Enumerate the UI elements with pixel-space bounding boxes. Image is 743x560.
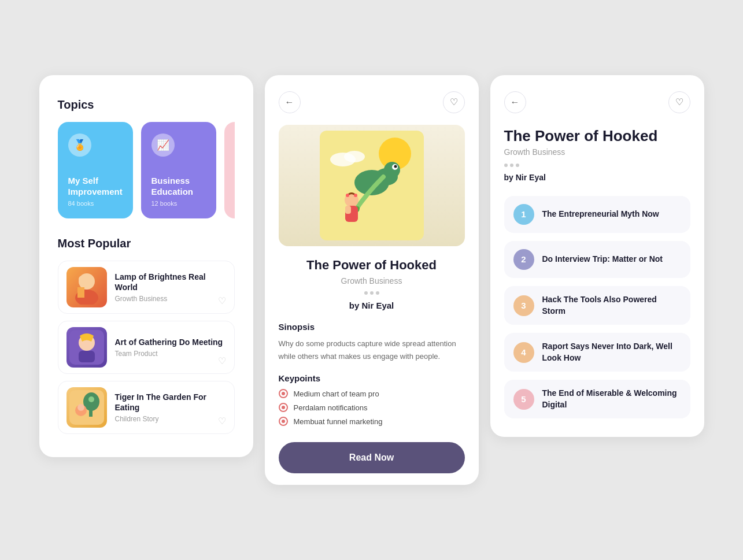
book-detail-title: The Power of Hooked [279, 258, 465, 273]
screen-book-detail: ← ♡ [265, 75, 479, 485]
favorite-button-2[interactable]: ♡ [218, 355, 226, 366]
book-cover [279, 125, 465, 246]
chapter-num-4: 4 [513, 342, 534, 363]
book-info-center: The Power of Hooked Growth Business by N… [265, 246, 479, 322]
screens-container: Topics 🏅 My Self Improvement 84 books 📈 … [39, 75, 704, 485]
svg-rect-3 [77, 287, 84, 298]
topics-heading: Topics [58, 98, 235, 112]
author-prefix: by [349, 301, 360, 310]
author3-prefix: by [504, 173, 513, 182]
list-item: Membuat funnel marketing [279, 417, 465, 426]
svg-point-9 [88, 396, 94, 402]
book-thumb-2 [66, 327, 107, 368]
book-cat-1: Growth Business [115, 295, 226, 303]
svg-point-28 [354, 194, 357, 197]
svg-point-27 [346, 194, 349, 197]
keypoint-dot-2 [279, 403, 288, 412]
topic-name-business: Business Education [151, 175, 206, 198]
favorite-button-1[interactable]: ♡ [218, 295, 226, 306]
dot-a [504, 164, 508, 167]
keypoint-text-1: Medium chart of team pro [294, 390, 379, 398]
svg-rect-6 [79, 351, 95, 362]
book-info-1: Lamp of Brightnes Real World Growth Busi… [115, 272, 226, 303]
chapter-num-5: 5 [513, 389, 534, 410]
book-title-2: Art of Gathering Do Meeting [115, 337, 226, 347]
topic-card-business[interactable]: 📈 Business Education 12 books [141, 122, 216, 218]
topic-card-self[interactable]: 🏅 My Self Improvement 84 books [58, 122, 133, 218]
topic-name-self: My Self Improvement [68, 175, 123, 198]
list-item[interactable]: Art of Gathering Do Meeting Team Product… [58, 321, 235, 374]
keypoint-dot-1 [279, 389, 288, 398]
back-button[interactable]: ← [279, 91, 301, 113]
book3-dots [504, 164, 690, 167]
heart-button[interactable]: ♡ [443, 91, 465, 113]
dots-indicator [279, 291, 465, 295]
topic-count-business: 12 books [151, 200, 206, 207]
book-detail-category: Growth Business [279, 276, 465, 285]
keypoint-text-2: Perdalam notifications [294, 403, 368, 412]
topic-icon-business: 📈 [151, 133, 175, 157]
chapter-title-5: The End of Miserable & Welcoming Digital [542, 388, 681, 410]
sinopsis-text: Why do some products capture wide spread… [279, 338, 465, 363]
screen-library: Topics 🏅 My Self Improvement 84 books 📈 … [39, 75, 253, 457]
book-title-1: Lamp of Brightnes Real World [115, 272, 226, 292]
topic-card-novel[interactable]: ☆ Nom Sto... 5 bo... [224, 122, 235, 218]
book-thumb-1 [66, 267, 107, 307]
book-author: by Nir Eyal [279, 301, 465, 310]
dot-3 [376, 291, 379, 295]
list-item[interactable]: 3 Hack The Tools Also Powered Storm [504, 286, 690, 325]
popular-heading: Most Popular [58, 237, 235, 250]
keypoint-dot-3 [279, 417, 288, 426]
book-thumb-3 [66, 387, 107, 428]
list-item[interactable]: Lamp of Brightnes Real World Growth Busi… [58, 261, 235, 314]
keypoints-label: Keypoints [279, 373, 465, 383]
favorite-button-3[interactable]: ♡ [218, 416, 226, 427]
list-item[interactable]: 1 The Entrepreneurial Myth Now [504, 196, 690, 233]
keypoints-list: Medium chart of team pro Perdalam notifi… [279, 389, 465, 426]
book-content-area: Sinopsis Why do some products capture wi… [265, 322, 479, 485]
popular-list: Lamp of Brightnes Real World Growth Busi… [58, 261, 235, 434]
book3-main-title: The Power of Hooked [504, 127, 690, 145]
list-item[interactable]: 2 Do Interview Trip: Matter or Not [504, 241, 690, 278]
chapter-num-3: 3 [513, 295, 534, 316]
author3-name: Nir Eyal [516, 173, 546, 182]
chapter-num-2: 2 [513, 249, 534, 270]
screen-chapters: ← ♡ The Power of Hooked Growth Business … [490, 75, 704, 437]
author-name: Nir Eyal [361, 301, 394, 310]
book3-author: by Nir Eyal [504, 173, 690, 182]
svg-point-21 [394, 165, 397, 168]
list-item: Perdalam notifications [279, 403, 465, 412]
list-item: Medium chart of team pro [279, 389, 465, 398]
topic-icon-self: 🏅 [68, 133, 91, 157]
topics-row: 🏅 My Self Improvement 84 books 📈 Busines… [58, 122, 235, 218]
book-title-3: Tiger In The Garden For Eating [115, 392, 226, 413]
book-info-3: Tiger In The Garden For Eating Children … [115, 392, 226, 423]
dot-2 [370, 291, 374, 295]
chapter-list: 1 The Entrepreneurial Myth Now 2 Do Inte… [504, 196, 690, 419]
heart-button-3[interactable]: ♡ [668, 91, 690, 113]
read-now-button[interactable]: Read Now [279, 442, 465, 473]
svg-point-12 [77, 404, 84, 411]
list-item[interactable]: 4 Raport Says Never Into Dark, Well Look… [504, 333, 690, 372]
topic-count-self: 84 books [68, 200, 123, 207]
sinopsis-label: Sinopsis [279, 322, 465, 332]
back-button-3[interactable]: ← [504, 91, 526, 113]
svg-point-2 [79, 276, 86, 283]
dot-b [510, 164, 513, 167]
chapter-num-1: 1 [513, 204, 534, 225]
svg-point-16 [344, 151, 365, 162]
chapters-header: ← ♡ [504, 91, 690, 113]
chapter-title-4: Raport Says Never Into Dark, Well Look H… [542, 341, 681, 364]
book3-subtitle: Growth Business [504, 147, 690, 157]
dot-c [516, 164, 519, 167]
chapter-title-2: Do Interview Trip: Matter or Not [542, 254, 663, 265]
book-info-2: Art of Gathering Do Meeting Team Product [115, 337, 226, 358]
svg-rect-26 [345, 206, 351, 214]
svg-point-19 [384, 162, 400, 178]
list-item[interactable]: 5 The End of Miserable & Welcoming Digit… [504, 380, 690, 418]
keypoint-text-3: Membuat funnel marketing [294, 417, 383, 426]
detail-header: ← ♡ [265, 75, 479, 113]
book-cat-2: Team Product [115, 350, 226, 358]
list-item[interactable]: Tiger In The Garden For Eating Children … [58, 381, 235, 434]
dot-1 [364, 291, 368, 295]
